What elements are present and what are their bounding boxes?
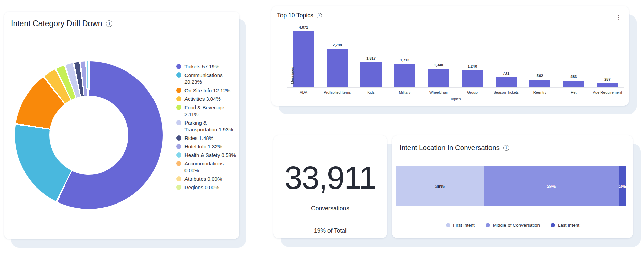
legend-item[interactable]: Last Intent xyxy=(551,223,579,228)
bar-chart-xlabels: ADAProhibited ItemsKidsMilitaryWheelchai… xyxy=(287,90,624,94)
legend-item[interactable]: Activities 3.04% xyxy=(176,96,236,102)
legend-label: Activities 3.04% xyxy=(184,96,221,102)
bar-value-label: 4,071 xyxy=(299,25,308,29)
bar-value-label: 483 xyxy=(570,75,577,79)
bar-slot: 1,340 xyxy=(422,63,455,87)
bar-category-label: Season Tickets xyxy=(489,90,523,94)
legend-dot xyxy=(176,161,181,166)
bar-category-label: Age Requirement xyxy=(591,90,624,94)
legend-label: Accommodations 0.00% xyxy=(184,160,236,174)
legend-label: Food & Beverage 2.11% xyxy=(184,104,236,118)
bar[interactable] xyxy=(327,49,348,87)
top-topics-title: Top 10 Topics xyxy=(277,12,313,19)
legend-item[interactable]: Communications 20.23% xyxy=(176,72,236,85)
intent-location-title: Intent Location In Conversations xyxy=(400,144,500,152)
bar-value-label: 1,240 xyxy=(468,64,477,68)
bar-category-label: Prohibited Items xyxy=(320,90,354,94)
stacked-bar: 38%59%3% xyxy=(396,166,626,206)
legend-dot xyxy=(176,176,181,181)
kebab-menu-icon[interactable]: ⋮ xyxy=(616,14,622,20)
legend-dot xyxy=(551,223,555,227)
bar[interactable] xyxy=(563,81,584,87)
bar[interactable] xyxy=(462,70,483,87)
bar-slot: 287 xyxy=(591,77,624,87)
bar-slot: 1,240 xyxy=(455,64,489,87)
stacked-segment[interactable]: 3% xyxy=(619,166,626,206)
segment-percent-label: 38% xyxy=(435,184,445,189)
location-legend: First IntentMiddle of ConversationLast I… xyxy=(392,223,633,228)
bar-slot: 562 xyxy=(523,74,557,87)
legend-label: Rides 1.48% xyxy=(184,135,213,142)
bar[interactable] xyxy=(360,62,382,87)
legend-label: Tickets 57.19% xyxy=(184,63,219,70)
donut-hole xyxy=(49,96,129,175)
bar-value-label: 2,798 xyxy=(333,43,342,47)
legend-label: Parking & Transportation 1.93% xyxy=(184,119,236,133)
stacked-segment[interactable]: 38% xyxy=(396,166,484,206)
bar-category-label: Reentry xyxy=(523,90,557,94)
legend-label: On-Site Info 12.12% xyxy=(184,87,230,94)
bar-category-label: Group xyxy=(455,90,489,94)
donut-legend: Tickets 57.19%Communications 20.23%On-Si… xyxy=(176,63,236,193)
bar-category-label: Military xyxy=(388,90,422,94)
bar[interactable] xyxy=(293,31,314,87)
legend-item[interactable]: Parking & Transportation 1.93% xyxy=(176,119,236,133)
legend-label: Communications 20.23% xyxy=(184,72,236,85)
legend-dot xyxy=(176,72,181,78)
info-icon[interactable]: i xyxy=(503,145,509,151)
bar-category-label: ADA xyxy=(287,90,320,94)
legend-dot xyxy=(486,223,490,227)
conversations-label: Conversations xyxy=(273,205,387,212)
intent-location-card: Intent Location In Conversations i 38%59… xyxy=(392,135,633,238)
legend-item[interactable]: Attributes 0.00% xyxy=(176,176,236,182)
legend-item[interactable]: Rides 1.48% xyxy=(176,135,236,142)
legend-dot xyxy=(176,120,181,125)
legend-item[interactable]: Hotel Info 1.32% xyxy=(176,143,236,150)
dashboard: Intent Category Drill Down i Tickets 57.… xyxy=(0,0,644,260)
legend-item[interactable]: First Intent xyxy=(446,223,475,228)
bar-category-label: Kids xyxy=(354,90,388,94)
bar-value-label: 287 xyxy=(604,77,610,81)
legend-item[interactable]: Accommodations 0.00% xyxy=(176,160,236,174)
bar-slot: 2,798 xyxy=(320,43,354,87)
legend-item[interactable]: Tickets 57.19% xyxy=(176,63,236,70)
bar[interactable] xyxy=(597,83,618,87)
bar-value-label: 562 xyxy=(537,74,543,78)
legend-dot xyxy=(176,88,181,93)
legend-dot xyxy=(446,223,450,227)
stacked-bar-axis-line xyxy=(396,160,396,213)
bar[interactable] xyxy=(394,64,415,87)
legend-dot xyxy=(176,105,181,110)
legend-item[interactable]: Health & Safety 0.58% xyxy=(176,152,236,159)
bar-chart-y-axis-label: Messages xyxy=(290,62,294,89)
info-icon[interactable]: i xyxy=(317,13,322,18)
legend-item[interactable]: On-Site Info 12.12% xyxy=(176,87,236,94)
info-icon[interactable]: i xyxy=(106,20,112,27)
legend-label: Last Intent xyxy=(558,223,579,228)
intent-category-card: Intent Category Drill Down i Tickets 57.… xyxy=(4,12,239,239)
bar[interactable] xyxy=(496,77,517,87)
legend-item[interactable]: Regions 0.00% xyxy=(176,184,236,191)
conversations-percent-of-total: 19% of Total xyxy=(273,227,387,234)
legend-label: First Intent xyxy=(453,223,475,228)
bar[interactable] xyxy=(428,69,449,87)
bar-value-label: 731 xyxy=(503,71,509,75)
stacked-segment[interactable]: 59% xyxy=(484,166,619,206)
legend-dot xyxy=(176,64,181,69)
segment-percent-label: 3% xyxy=(619,184,626,189)
legend-label: Health & Safety 0.58% xyxy=(184,152,236,159)
donut-chart[interactable] xyxy=(15,61,163,209)
bar-slot: 1,712 xyxy=(388,58,422,87)
legend-item[interactable]: Middle of Conversation xyxy=(486,223,540,228)
bar-chart-bars: 4,0712,7981,8171,7121,3401,2407315624832… xyxy=(287,23,624,88)
legend-label: Middle of Conversation xyxy=(493,223,540,228)
bar-value-label: 1,340 xyxy=(434,63,444,67)
bar[interactable] xyxy=(529,80,550,87)
legend-item[interactable]: Food & Beverage 2.11% xyxy=(176,104,236,118)
bar-category-label: Wheelchair xyxy=(422,90,455,94)
bar-value-label: 1,712 xyxy=(400,58,409,62)
legend-dot xyxy=(176,152,181,158)
legend-label: Regions 0.00% xyxy=(184,184,219,191)
bar-chart: Messages 4,0712,7981,8171,7121,3401,2407… xyxy=(287,23,624,101)
bar-slot: 731 xyxy=(489,71,523,87)
